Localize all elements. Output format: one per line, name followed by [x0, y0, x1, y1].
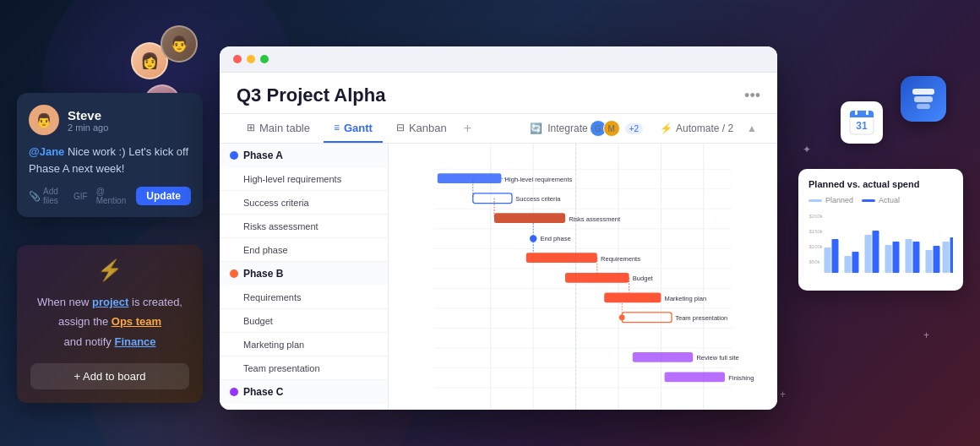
tab-gantt[interactable]: ≡ Gantt	[324, 115, 383, 143]
task-success-criteria[interactable]: Success criteria	[220, 191, 388, 215]
chart-panel: Planned vs. actual spend Planned Actual …	[798, 169, 963, 291]
svg-rect-53	[832, 239, 839, 273]
svg-text:End phase: End phase	[541, 235, 571, 242]
task-high-level[interactable]: High-level requirements	[220, 167, 388, 191]
add-to-board-button[interactable]: + Add to board	[30, 363, 189, 389]
phase-a-label: Phase A	[243, 150, 283, 161]
svg-point-33	[619, 314, 625, 320]
task-team-presentation[interactable]: Team presentation	[220, 356, 388, 380]
paperclip-icon: 📎	[29, 191, 41, 202]
automation-project-link[interactable]: project	[92, 296, 128, 308]
svg-text:Finishing: Finishing	[728, 374, 754, 382]
window-titlebar	[220, 46, 777, 73]
google-calendar-icon[interactable]: 31	[841, 101, 883, 144]
chat-header: 👨 Steve 2 min ago	[29, 105, 191, 135]
task-review-full-site[interactable]: Review full site	[220, 404, 388, 410]
chat-card: 👨 Steve 2 min ago @Jane Nice work :) Let…	[17, 93, 203, 217]
mention-action[interactable]: @ Mention	[96, 187, 128, 205]
svg-rect-18	[438, 173, 502, 183]
maximize-button[interactable]	[260, 55, 269, 63]
task-budget[interactable]: Budget	[220, 309, 388, 333]
svg-text:Team presentation: Team presentation	[675, 314, 727, 322]
integrate-count: +2	[625, 123, 643, 134]
integrate-icon: 🔄	[530, 122, 542, 134]
minimize-button[interactable]	[247, 55, 255, 63]
kanban-icon: ⊟	[396, 122, 405, 133]
svg-rect-26	[526, 253, 597, 263]
svg-rect-64	[943, 242, 950, 273]
gantt-window: Q3 Project Alpha ••• ⊞ Main table ≡ Gant…	[220, 46, 777, 410]
chat-user-info: Steve 2 min ago	[68, 108, 108, 133]
gantt-icon: ≡	[334, 122, 340, 133]
svg-text:Review full site: Review full site	[696, 354, 738, 362]
google-calendar-svg: 31	[848, 109, 875, 136]
task-requirements[interactable]: Requirements	[220, 286, 388, 309]
integrate-avatars: G M	[593, 120, 620, 137]
svg-rect-56	[865, 235, 872, 273]
task-marketing-plan[interactable]: Marketing plan	[220, 333, 388, 356]
monday-icon[interactable]	[901, 76, 946, 122]
task-risks-assessment[interactable]: Risks assessment	[220, 215, 388, 238]
project-title: Q3 Project Alpha	[237, 84, 385, 106]
svg-rect-60	[906, 239, 912, 273]
tab-add-button[interactable]: +	[460, 114, 475, 143]
integrate-button[interactable]: 🔄 Integrate G M +2	[523, 117, 650, 140]
svg-text:31: 31	[856, 120, 868, 132]
chat-actions: 📎 Add files GIF @ Mention Update	[29, 187, 191, 205]
gif-action[interactable]: GIF	[74, 192, 88, 201]
legend-planned-color	[808, 199, 822, 202]
header-menu-button[interactable]: •••	[744, 87, 760, 105]
svg-text:Requirements: Requirements	[601, 255, 640, 263]
task-end-phase-a[interactable]: End phase	[220, 238, 388, 262]
sparkle-2: +	[780, 389, 786, 400]
legend-actual-label: Actual	[879, 196, 900, 204]
chart-title: Planned vs. actual spend	[808, 179, 953, 189]
automation-finance-link[interactable]: Finance	[114, 335, 155, 348]
svg-rect-63	[934, 246, 940, 273]
svg-rect-71	[866, 111, 868, 115]
automate-label: Automate / 2	[676, 122, 733, 134]
svg-rect-55	[852, 252, 859, 273]
chat-avatar: 👨	[29, 105, 59, 135]
phase-c-dot	[230, 388, 238, 396]
phase-b-label: Phase B	[243, 268, 283, 280]
svg-text:$200k: $200k	[809, 214, 824, 219]
svg-text:High-level requirements: High-level requirements	[505, 176, 573, 183]
tab-main-table[interactable]: ⊞ Main table	[237, 115, 320, 143]
svg-rect-28	[565, 273, 629, 283]
automation-card: ⚡ When new project is created, assign th…	[17, 245, 203, 403]
tab-kanban[interactable]: ⊟ Kanban	[386, 115, 457, 143]
tab-main-table-label: Main table	[259, 122, 310, 134]
svg-rect-59	[893, 242, 900, 273]
svg-rect-68	[850, 114, 874, 117]
svg-text:Marketing plan: Marketing plan	[665, 295, 707, 302]
automate-icon: ⚡	[660, 122, 672, 134]
svg-rect-74	[917, 104, 930, 109]
svg-rect-30	[604, 292, 661, 302]
phase-b-dot	[230, 269, 238, 278]
close-button[interactable]	[233, 55, 242, 63]
automation-ops-link[interactable]: Ops team	[112, 315, 161, 328]
collapse-button[interactable]: ▲	[743, 119, 760, 138]
window-header: Q3 Project Alpha •••	[220, 73, 777, 114]
svg-rect-62	[926, 250, 933, 273]
phase-a-dot	[230, 151, 238, 160]
svg-rect-32	[622, 313, 672, 323]
svg-rect-72	[912, 89, 934, 95]
svg-rect-61	[913, 242, 920, 273]
svg-rect-70	[855, 111, 858, 115]
update-button[interactable]: Update	[136, 187, 191, 205]
sparkle-3: ✦	[803, 144, 811, 155]
automate-button[interactable]: ⚡ Automate / 2	[653, 119, 740, 138]
window-tabs: ⊞ Main table ≡ Gantt ⊟ Kanban + 🔄 Integr…	[220, 114, 777, 144]
monday-svg	[910, 85, 937, 112]
svg-rect-65	[950, 237, 954, 273]
chart-legend: Planned Actual	[808, 196, 953, 204]
svg-rect-20	[473, 193, 512, 204]
at-icon: @ Mention	[96, 187, 128, 205]
svg-rect-52	[825, 247, 831, 273]
svg-rect-73	[914, 96, 933, 102]
phase-b-header: Phase B	[220, 262, 388, 286]
legend-planned-label: Planned	[825, 196, 853, 204]
add-files-action[interactable]: 📎 Add files	[29, 187, 65, 205]
